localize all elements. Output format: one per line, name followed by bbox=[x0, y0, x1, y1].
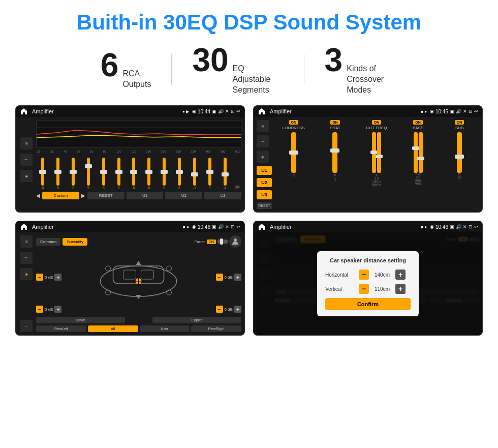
spk-specialty-tab[interactable]: Specialty bbox=[63, 238, 87, 246]
cross-label-cutfreq: CUT FREQ bbox=[366, 126, 387, 130]
eq-time: 10:44 bbox=[198, 109, 210, 114]
cross-thumb-cf1[interactable] bbox=[370, 151, 378, 154]
spk-volume-icon: 🔊 bbox=[218, 224, 224, 229]
spk-fl-value: 0 dB bbox=[45, 275, 53, 280]
eq-slider-3[interactable]: 0 bbox=[67, 158, 80, 190]
eq-slider-4[interactable]: 5 bbox=[82, 158, 96, 190]
freq-400: 400 bbox=[205, 150, 210, 153]
spk-rl-minus[interactable]: − bbox=[36, 306, 43, 313]
cross-thumb-loudness[interactable] bbox=[289, 151, 298, 155]
spk-wave-icon[interactable]: 〜 bbox=[20, 252, 33, 264]
eq-slider-13[interactable]: -1 bbox=[218, 158, 232, 190]
eq-sidebar-btn-3[interactable]: ◈ bbox=[20, 170, 33, 182]
eq-slider-2[interactable]: 0 bbox=[51, 158, 65, 190]
dist-horizontal-plus[interactable]: + bbox=[395, 270, 406, 280]
spk-camera-icon: ▣ bbox=[212, 224, 216, 229]
svg-marker-15 bbox=[136, 261, 141, 265]
spk-close-icon: ✕ bbox=[225, 224, 229, 229]
dist-vertical-plus[interactable]: + bbox=[395, 284, 406, 294]
freq-200: 200 bbox=[161, 150, 166, 153]
cross-label-sub: SUB bbox=[455, 126, 463, 130]
spk-fr-minus[interactable]: − bbox=[216, 274, 223, 281]
spk-arrows-icon[interactable]: ↔ bbox=[20, 320, 33, 332]
eq-sidebar-btn-1[interactable]: ≋ bbox=[20, 137, 33, 150]
freq-100: 100 bbox=[116, 150, 121, 153]
spk-car-layout: − 0 dB + bbox=[36, 251, 241, 315]
cross-channel-bass: ON BASS F G bbox=[398, 120, 438, 186]
eq-slider-12[interactable]: 0 bbox=[203, 158, 216, 190]
eq-slider-11[interactable]: -1 bbox=[188, 158, 201, 190]
eq-prev-btn[interactable]: ◀ bbox=[36, 193, 40, 198]
eq-reset-btn[interactable]: RESET bbox=[87, 192, 124, 199]
spk-driver-btn[interactable]: Driver bbox=[36, 317, 125, 323]
dist-home-icon bbox=[258, 223, 266, 231]
eq-u1-btn[interactable]: U1 bbox=[127, 192, 164, 199]
cross-wave-icon[interactable]: 〜 bbox=[257, 135, 269, 147]
confirm-button[interactable]: Confirm bbox=[325, 298, 411, 310]
spk-spk-icon[interactable]: ◈ bbox=[20, 268, 33, 280]
dist-location-icon: ◉ bbox=[430, 224, 434, 229]
eq-u3-btn[interactable]: U3 bbox=[204, 192, 241, 199]
spk-user-btn[interactable]: User bbox=[140, 325, 190, 332]
cross-u1-btn[interactable]: U1 bbox=[257, 166, 272, 175]
spk-eq-icon[interactable]: ≋ bbox=[20, 235, 33, 248]
cross-eq-icon[interactable]: ≋ bbox=[257, 120, 269, 132]
spk-all-btn[interactable]: All bbox=[88, 325, 138, 332]
eq-slider-10[interactable]: 0 bbox=[173, 158, 186, 190]
cross-label-phat: PHAT bbox=[330, 126, 340, 130]
cross-u2-btn[interactable]: U2 bbox=[257, 178, 272, 187]
eq-expand-btn[interactable]: ≫ bbox=[233, 184, 241, 190]
cross-channel-loudness: ON LOUDNESS G bbox=[274, 120, 314, 186]
spk-fl-minus[interactable]: − bbox=[36, 274, 43, 281]
eq-u2-btn[interactable]: U2 bbox=[165, 192, 202, 199]
location-icon: ◉ bbox=[192, 109, 196, 114]
cross-on-loudness[interactable]: ON bbox=[289, 120, 299, 125]
spk-common-tab[interactable]: Common bbox=[36, 238, 60, 246]
dist-time: 10:46 bbox=[435, 224, 448, 230]
cross-thumb-cf2[interactable] bbox=[376, 155, 383, 158]
dist-status-bar: Amplifier ■ ● ◉ 10:46 ▣ 🔊 ✕ ⊡ ↩ bbox=[254, 221, 482, 232]
cross-channels: ON LOUDNESS G ON PHAT bbox=[274, 120, 479, 186]
spk-fader-slider[interactable] bbox=[217, 240, 228, 244]
dist-vertical-minus[interactable]: − bbox=[359, 284, 369, 294]
spk-fr-value: 0 dB bbox=[225, 275, 233, 280]
eq-slider-7[interactable]: 0 bbox=[127, 158, 141, 190]
cross-on-phat[interactable]: ON bbox=[330, 120, 340, 125]
eq-slider-9[interactable]: 0 bbox=[158, 158, 171, 190]
spk-copilot-btn[interactable]: Copilot bbox=[152, 317, 241, 323]
cross-reset-btn[interactable]: RESET bbox=[257, 202, 272, 209]
cross-spk-icon[interactable]: ◈ bbox=[257, 151, 269, 163]
cross-thumb-b2[interactable] bbox=[417, 157, 424, 160]
cross-thumb-b1[interactable] bbox=[412, 146, 419, 150]
crossover-screen: Amplifier ■ ● ◉ 10:45 ▣ 🔊 ✕ ⊡ ↩ ≋ 〜 bbox=[253, 105, 483, 213]
spk-rl-plus[interactable]: + bbox=[54, 306, 61, 313]
dist-horizontal-minus[interactable]: − bbox=[359, 270, 369, 280]
eq-slider-6[interactable]: 0 bbox=[112, 158, 126, 190]
spk-main: ≋ 〜 ◈ ↔ Common Specialty Fader ON bbox=[19, 235, 241, 332]
eq-sidebar-btn-2[interactable]: 〜 bbox=[20, 154, 33, 166]
cross-u3-btn[interactable]: U3 bbox=[257, 190, 272, 199]
spk-rearright-btn[interactable]: RearRight bbox=[191, 325, 241, 332]
spk-on-badge[interactable]: ON bbox=[207, 240, 216, 244]
eq-slider-8[interactable]: 0 bbox=[142, 158, 156, 190]
spk-fr-plus[interactable]: + bbox=[234, 274, 241, 281]
cross-thumb-phat[interactable] bbox=[330, 148, 339, 153]
spk-screen-content: ≋ 〜 ◈ ↔ Common Specialty Fader ON bbox=[16, 232, 244, 335]
spk-rr-plus[interactable]: + bbox=[234, 306, 241, 313]
spk-rr-minus[interactable]: − bbox=[216, 306, 223, 313]
spk-rearleft-btn[interactable]: RearLeft bbox=[36, 325, 86, 332]
eq-custom-btn[interactable]: Custom bbox=[42, 192, 79, 199]
eq-slider-1[interactable]: 0 bbox=[36, 158, 50, 190]
eq-next-btn[interactable]: ▶ bbox=[81, 193, 85, 198]
cross-on-sub[interactable]: ON bbox=[455, 120, 464, 125]
cross-on-cutfreq[interactable]: ON bbox=[372, 120, 382, 125]
eq-bottom-bar: ◀ Custom ▶ RESET U1 U2 U3 bbox=[36, 192, 241, 199]
cross-main: ≋ 〜 ◈ U1 U2 U3 RESET ON LOUDNES bbox=[257, 120, 479, 209]
spk-fl-plus[interactable]: + bbox=[54, 274, 61, 281]
freq-40: 40 bbox=[64, 150, 67, 153]
dist-screen-title: Amplifier bbox=[270, 224, 419, 230]
eq-slider-5[interactable]: 0 bbox=[97, 158, 110, 190]
dist-close-icon: ✕ bbox=[463, 224, 467, 229]
cross-on-bass[interactable]: ON bbox=[413, 120, 423, 125]
cross-thumb-sub[interactable] bbox=[455, 155, 464, 159]
